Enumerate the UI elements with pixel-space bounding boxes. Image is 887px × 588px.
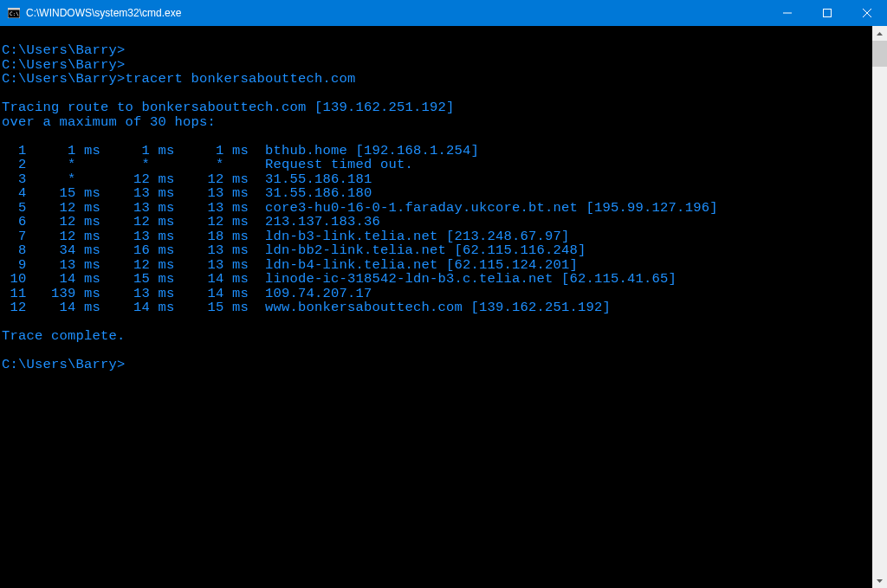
output-line: 11 139 ms 13 ms 14 ms 109.74.207.17 bbox=[2, 286, 372, 301]
output-line: 9 13 ms 12 ms 13 ms ldn-b4-link.telia.ne… bbox=[2, 257, 578, 273]
cmd-icon: C:\ bbox=[7, 6, 21, 20]
output-line: 8 34 ms 16 ms 13 ms ldn-bb2-link.telia.n… bbox=[2, 242, 586, 258]
svg-marker-7 bbox=[877, 32, 883, 36]
output-line: 12 14 ms 14 ms 15 ms www.bonkersabouttec… bbox=[2, 300, 611, 315]
titlebar[interactable]: C:\ C:\WINDOWS\system32\cmd.exe bbox=[0, 0, 887, 26]
terminal-output[interactable]: C:\Users\Barry> C:\Users\Barry> C:\Users… bbox=[0, 26, 872, 588]
output-line: 1 1 ms 1 ms 1 ms bthub.home [192.168.1.2… bbox=[2, 143, 479, 158]
cmd-window: C:\ C:\WINDOWS\system32\cmd.exe C:\Users… bbox=[0, 0, 887, 588]
close-button[interactable] bbox=[847, 0, 887, 26]
output-line: 10 14 ms 15 ms 14 ms linode-ic-318542-ld… bbox=[2, 271, 677, 287]
output-line: C:\Users\Barry> bbox=[2, 42, 126, 58]
output-line: 7 12 ms 13 ms 18 ms ldn-b3-link.telia.ne… bbox=[2, 229, 570, 244]
vertical-scrollbar[interactable] bbox=[872, 26, 887, 588]
svg-text:C:\: C:\ bbox=[10, 10, 19, 16]
output-line: C:\Users\Barry> bbox=[2, 357, 126, 372]
output-line: 5 12 ms 13 ms 13 ms core3-hu0-16-0-1.far… bbox=[2, 200, 718, 216]
svg-marker-8 bbox=[877, 579, 883, 583]
output-line: C:\Users\Barry> bbox=[2, 57, 126, 73]
output-line: over a maximum of 30 hops: bbox=[2, 114, 216, 130]
output-line: C:\Users\Barry>tracert bonkersabouttech.… bbox=[2, 71, 356, 87]
output-line: 2 * * * Request timed out. bbox=[2, 157, 413, 172]
window-controls bbox=[767, 0, 887, 26]
minimize-button[interactable] bbox=[767, 0, 807, 26]
scroll-down-button[interactable] bbox=[872, 573, 887, 588]
output-line: Tracing route to bonkersabouttech.com [1… bbox=[2, 100, 455, 115]
scroll-thumb[interactable] bbox=[872, 41, 887, 67]
output-line: 4 15 ms 13 ms 13 ms 31.55.186.180 bbox=[2, 185, 372, 201]
maximize-button[interactable] bbox=[807, 0, 847, 26]
scroll-up-button[interactable] bbox=[872, 26, 887, 41]
output-line: Trace complete. bbox=[2, 328, 126, 344]
terminal-container: C:\Users\Barry> C:\Users\Barry> C:\Users… bbox=[0, 26, 887, 588]
output-line: 6 12 ms 12 ms 12 ms 213.137.183.36 bbox=[2, 214, 380, 229]
scroll-track[interactable] bbox=[872, 41, 887, 573]
window-title: C:\WINDOWS\system32\cmd.exe bbox=[26, 7, 767, 19]
svg-rect-4 bbox=[824, 10, 832, 17]
output-line: 3 * 12 ms 12 ms 31.55.186.181 bbox=[2, 171, 372, 187]
